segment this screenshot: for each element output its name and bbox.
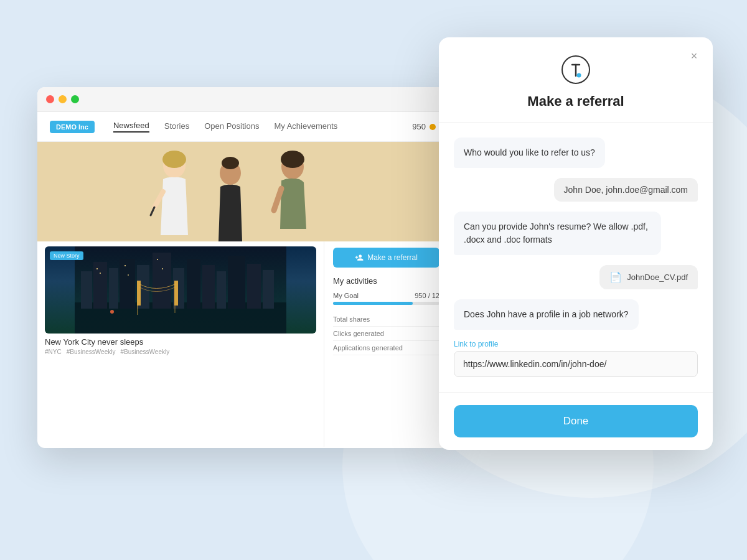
link-input[interactable]: [454, 351, 698, 377]
modal-footer: Done: [439, 392, 713, 450]
modal-title: Make a referral: [527, 93, 624, 110]
chat-message-question-1: Who would you like to refer to us?: [454, 138, 605, 168]
link-label: Link to profile: [454, 340, 698, 348]
done-button[interactable]: Done: [454, 405, 698, 437]
file-document-icon: 📄: [609, 271, 622, 283]
modal-overlay: × Make a referral Who would you like to …: [0, 0, 747, 560]
modal-logo: [561, 55, 591, 87]
chat-message-file: 📄 JohnDoe_CV.pdf: [599, 265, 698, 289]
referral-modal: × Make a referral Who would you like to …: [439, 37, 713, 450]
svg-point-40: [577, 73, 581, 78]
chat-message-question-3: Does John have a profile in a job networ…: [454, 299, 639, 330]
brand-logo-icon: [561, 55, 591, 85]
modal-header: × Make a referral: [439, 37, 713, 123]
chat-message-answer-1: John Doe, john.doe@gmail.com: [554, 178, 698, 202]
chat-message-question-2: Can you provide John's resume? We allow …: [454, 212, 661, 255]
link-field-container: Link to profile: [454, 340, 698, 377]
file-name: JohnDoe_CV.pdf: [627, 273, 688, 282]
modal-body: Who would you like to refer to us? John …: [439, 123, 713, 392]
modal-close-button[interactable]: ×: [685, 47, 703, 65]
